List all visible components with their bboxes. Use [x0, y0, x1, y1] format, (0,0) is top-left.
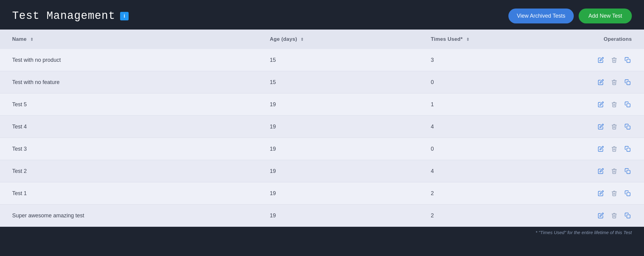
delete-icon[interactable]	[610, 189, 618, 198]
delete-icon[interactable]	[610, 167, 618, 175]
svg-rect-1	[627, 82, 630, 85]
delete-icon[interactable]	[610, 211, 618, 220]
cell-times-used: 4	[419, 160, 548, 182]
operations-icons	[559, 189, 632, 198]
cell-age: 19	[258, 205, 419, 227]
cell-name: Test 5	[0, 93, 258, 116]
footer-note: * "Times Used" for the entire lifetime o…	[0, 227, 644, 238]
cell-age: 19	[258, 182, 419, 205]
table-row: Test with no product153	[0, 49, 644, 71]
cell-operations	[547, 205, 644, 227]
svg-rect-7	[627, 215, 630, 218]
cell-age: 15	[258, 49, 419, 71]
sort-icon-age: ⇕	[300, 37, 304, 42]
tests-table: Name ⇕ Age (days) ⇕ Times Used* ⇕ Operat…	[0, 30, 644, 227]
table-row: Test 4194	[0, 116, 644, 138]
svg-rect-0	[627, 59, 630, 63]
cell-age: 19	[258, 116, 419, 138]
table-header: Name ⇕ Age (days) ⇕ Times Used* ⇕ Operat…	[0, 30, 644, 49]
delete-icon[interactable]	[610, 122, 618, 131]
copy-icon[interactable]	[623, 211, 632, 220]
cell-operations	[547, 93, 644, 116]
cell-age: 15	[258, 71, 419, 93]
cell-name: Test 4	[0, 116, 258, 138]
table-body: Test with no product153Test with no feat…	[0, 49, 644, 227]
svg-rect-5	[627, 170, 630, 174]
cell-times-used: 2	[419, 205, 548, 227]
copy-icon[interactable]	[623, 122, 632, 131]
copy-icon[interactable]	[623, 56, 632, 64]
edit-icon[interactable]	[597, 145, 605, 153]
cell-times-used: 3	[419, 49, 548, 71]
cell-times-used: 1	[419, 93, 548, 116]
cell-operations	[547, 182, 644, 205]
table-row: Test 2194	[0, 160, 644, 182]
copy-icon[interactable]	[623, 189, 632, 198]
delete-icon[interactable]	[610, 56, 618, 64]
view-archived-button[interactable]: View Archived Tests	[508, 9, 574, 23]
operations-icons	[559, 56, 632, 64]
cell-operations	[547, 49, 644, 71]
info-icon[interactable]: i	[120, 12, 129, 20]
cell-operations	[547, 160, 644, 182]
table-row: Test 1192	[0, 182, 644, 205]
cell-name: Test 1	[0, 182, 258, 205]
cell-name: Super awesome amazing test	[0, 205, 258, 227]
header-left: Test Management i	[12, 10, 129, 22]
sort-icon-times: ⇕	[466, 37, 469, 42]
delete-icon[interactable]	[610, 145, 618, 153]
edit-icon[interactable]	[597, 100, 605, 109]
edit-icon[interactable]	[597, 56, 605, 64]
col-header-name[interactable]: Name ⇕	[0, 30, 258, 49]
tests-table-container: Name ⇕ Age (days) ⇕ Times Used* ⇕ Operat…	[0, 30, 644, 227]
edit-icon[interactable]	[597, 167, 605, 175]
cell-operations	[547, 116, 644, 138]
cell-times-used: 0	[419, 71, 548, 93]
sort-icon-name: ⇕	[30, 37, 33, 42]
cell-operations	[547, 138, 644, 160]
delete-icon[interactable]	[610, 78, 618, 86]
cell-name: Test 2	[0, 160, 258, 182]
page-header: Test Management i View Archived Tests Ad…	[0, 0, 644, 30]
table-row: Test 3190	[0, 138, 644, 160]
operations-icons	[559, 122, 632, 131]
operations-icons	[559, 145, 632, 153]
edit-icon[interactable]	[597, 78, 605, 86]
cell-age: 19	[258, 138, 419, 160]
edit-icon[interactable]	[597, 211, 605, 220]
edit-icon[interactable]	[597, 122, 605, 131]
table-row: Test with no feature150	[0, 71, 644, 93]
cell-times-used: 4	[419, 116, 548, 138]
operations-icons	[559, 100, 632, 109]
edit-icon[interactable]	[597, 189, 605, 198]
cell-times-used: 0	[419, 138, 548, 160]
copy-icon[interactable]	[623, 100, 632, 109]
cell-operations	[547, 71, 644, 93]
copy-icon[interactable]	[623, 78, 632, 86]
svg-rect-4	[627, 148, 630, 152]
add-new-test-button[interactable]: Add New Test	[579, 9, 632, 23]
cell-times-used: 2	[419, 182, 548, 205]
col-header-operations: Operations	[547, 30, 644, 49]
cell-age: 19	[258, 160, 419, 182]
delete-icon[interactable]	[610, 100, 618, 109]
table-row: Test 5191	[0, 93, 644, 116]
cell-name: Test with no feature	[0, 71, 258, 93]
operations-icons	[559, 167, 632, 175]
svg-rect-3	[627, 126, 630, 129]
svg-rect-2	[627, 104, 630, 107]
table-row: Super awesome amazing test192	[0, 205, 644, 227]
page-title: Test Management	[12, 10, 115, 22]
col-header-times-used[interactable]: Times Used* ⇕	[419, 30, 548, 49]
cell-age: 19	[258, 93, 419, 116]
operations-icons	[559, 78, 632, 86]
col-header-age[interactable]: Age (days) ⇕	[258, 30, 419, 49]
cell-name: Test 3	[0, 138, 258, 160]
operations-icons	[559, 211, 632, 220]
cell-name: Test with no product	[0, 49, 258, 71]
copy-icon[interactable]	[623, 145, 632, 153]
copy-icon[interactable]	[623, 167, 632, 175]
svg-rect-6	[627, 193, 630, 196]
header-buttons: View Archived Tests Add New Test	[508, 9, 632, 23]
